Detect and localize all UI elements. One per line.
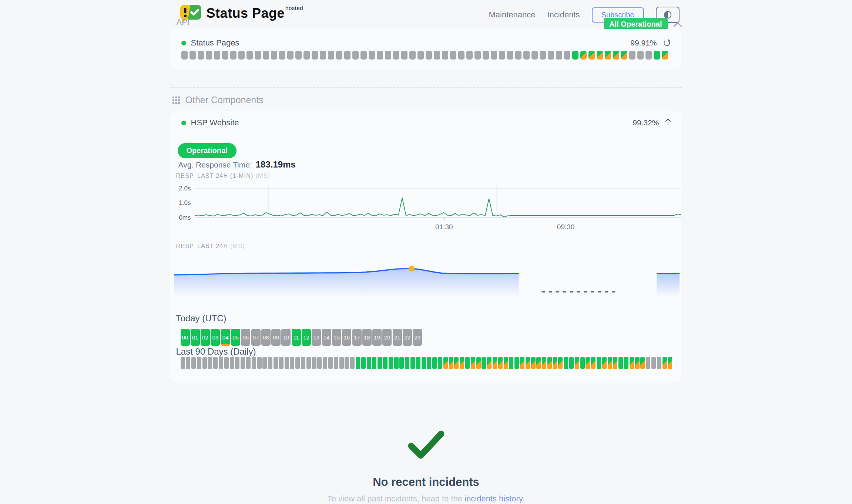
uptime-bar[interactable] xyxy=(389,357,393,369)
uptime-bar[interactable] xyxy=(515,51,521,60)
hour-block[interactable]: 14 xyxy=(322,329,331,346)
uptime-bar[interactable] xyxy=(630,357,634,369)
uptime-bar[interactable] xyxy=(268,357,272,369)
uptime-bar[interactable] xyxy=(202,357,207,369)
uptime-bar[interactable] xyxy=(257,357,262,369)
hour-block[interactable]: 06 xyxy=(241,329,250,346)
uptime-bar[interactable] xyxy=(214,51,220,60)
uptime-bar[interactable] xyxy=(646,357,650,369)
uptime-bar[interactable] xyxy=(181,51,188,60)
uptime-bar[interactable] xyxy=(507,51,513,60)
hour-block[interactable]: 05 xyxy=(231,329,240,346)
uptime-bar[interactable] xyxy=(580,51,587,60)
uptime-bar[interactable] xyxy=(224,357,229,369)
uptime-bar[interactable] xyxy=(558,357,563,369)
uptime-bar[interactable] xyxy=(279,357,284,369)
uptime-bar[interactable] xyxy=(320,51,326,60)
trend-up-icon[interactable] xyxy=(665,118,671,127)
uptime-bar[interactable] xyxy=(618,357,623,369)
uptime-bar[interactable] xyxy=(662,51,668,60)
uptime-bar[interactable] xyxy=(306,357,311,369)
uptime-bar[interactable] xyxy=(262,357,267,369)
uptime-bar[interactable] xyxy=(509,357,513,369)
uptime-bar[interactable] xyxy=(303,51,310,60)
uptime-bar[interactable] xyxy=(263,51,269,60)
uptime-bar[interactable] xyxy=(605,51,611,60)
uptime-bar[interactable] xyxy=(301,357,305,369)
hour-block[interactable]: 08 xyxy=(261,329,271,346)
nav-incidents[interactable]: Incidents xyxy=(547,10,580,20)
component-row-status-pages[interactable]: Status Pages 99.91% xyxy=(181,38,671,48)
uptime-bar[interactable] xyxy=(668,357,672,369)
uptime-bar[interactable] xyxy=(645,51,652,60)
brand[interactable]: Status Pagehosted xyxy=(179,4,303,24)
uptime-bar[interactable] xyxy=(591,357,596,369)
uptime-bar[interactable] xyxy=(328,51,334,60)
uptime-bar[interactable] xyxy=(312,357,316,369)
uptime-bar[interactable] xyxy=(621,51,627,60)
uptime-bar[interactable] xyxy=(323,357,327,369)
hour-block[interactable]: 13 xyxy=(312,329,321,346)
uptime-bar[interactable] xyxy=(531,357,536,369)
uptime-bar[interactable] xyxy=(317,357,322,369)
uptime-bar[interactable] xyxy=(372,357,376,369)
uptime-bar[interactable] xyxy=(246,51,253,60)
uptime-bar[interactable] xyxy=(378,357,382,369)
uptime-bar[interactable] xyxy=(328,357,333,369)
uptime-bar[interactable] xyxy=(427,357,431,369)
uptime-bar[interactable] xyxy=(238,51,245,60)
uptime-bar[interactable] xyxy=(345,357,349,369)
uptime-bar[interactable] xyxy=(588,51,595,60)
uptime-bar[interactable] xyxy=(369,51,375,60)
uptime-bar[interactable] xyxy=(572,51,578,60)
uptime-bar[interactable] xyxy=(189,51,196,60)
hour-block[interactable]: 19 xyxy=(372,329,382,346)
uptime-bar[interactable] xyxy=(504,357,508,369)
uptime-bar[interactable] xyxy=(624,357,628,369)
uptime-bar[interactable] xyxy=(564,51,570,60)
uptime-bar[interactable] xyxy=(450,51,456,60)
uptime-bar[interactable] xyxy=(443,357,448,369)
uptime-bar[interactable] xyxy=(553,357,557,369)
uptime-bar[interactable] xyxy=(523,51,530,60)
uptime-bar[interactable] xyxy=(197,357,201,369)
uptime-bar[interactable] xyxy=(580,357,585,369)
uptime-bar[interactable] xyxy=(409,51,416,60)
uptime-bar[interactable] xyxy=(416,357,420,369)
uptime-bar[interactable] xyxy=(540,51,546,60)
uptime-bar[interactable] xyxy=(417,51,424,60)
component-row-hsp-website[interactable]: HSP Website 99.32% xyxy=(181,118,671,128)
hour-block[interactable]: 22 xyxy=(403,329,412,346)
uptime-bar[interactable] xyxy=(241,357,245,369)
uptime-bar[interactable] xyxy=(602,357,607,369)
hour-block[interactable]: 17 xyxy=(352,329,362,346)
uptime-bar[interactable] xyxy=(385,51,391,60)
uptime-bar[interactable] xyxy=(608,357,612,369)
uptime-bar[interactable] xyxy=(356,357,360,369)
uptime-bar[interactable] xyxy=(482,357,486,369)
hour-block[interactable]: 09 xyxy=(271,329,281,346)
hour-block[interactable]: 15 xyxy=(332,329,341,346)
hour-block[interactable]: 18 xyxy=(362,329,372,346)
uptime-bar[interactable] xyxy=(483,51,489,60)
uptime-bar[interactable] xyxy=(460,357,464,369)
uptime-bar[interactable] xyxy=(295,357,300,369)
chevron-up-icon[interactable] xyxy=(673,21,682,27)
uptime-bar[interactable] xyxy=(230,357,234,369)
hour-block[interactable]: 04 xyxy=(221,329,230,346)
uptime-bar[interactable] xyxy=(586,357,590,369)
uptime-bar[interactable] xyxy=(613,51,619,60)
uptime-bar[interactable] xyxy=(536,357,541,369)
hour-block[interactable]: 21 xyxy=(393,329,402,346)
uptime-bar[interactable] xyxy=(186,357,190,369)
uptime-bar[interactable] xyxy=(290,357,294,369)
uptime-bar[interactable] xyxy=(613,357,617,369)
uptime-bar[interactable] xyxy=(547,357,552,369)
hour-block[interactable]: 10 xyxy=(281,329,291,346)
uptime-bar[interactable] xyxy=(213,357,218,369)
uptime-bar[interactable] xyxy=(339,357,344,369)
uptime-bar[interactable] xyxy=(657,357,661,369)
uptime-bar[interactable] xyxy=(449,357,453,369)
hour-block[interactable]: 20 xyxy=(382,329,392,346)
uptime-bar[interactable] xyxy=(499,51,505,60)
